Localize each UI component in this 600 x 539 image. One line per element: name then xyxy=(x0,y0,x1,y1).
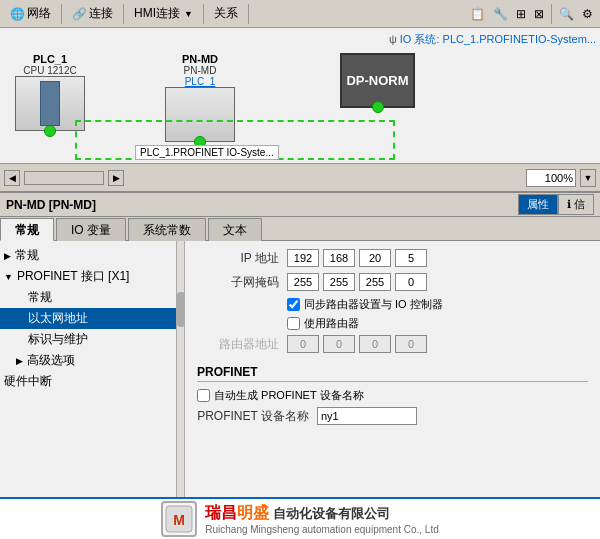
pnmd-type: PN-MD xyxy=(184,65,217,76)
tree-item-profinet-general[interactable]: 常规 xyxy=(0,287,184,308)
ip-field-4[interactable] xyxy=(395,249,427,267)
dpnorm-device[interactable]: DP-NORM xyxy=(340,53,415,108)
toolbar-btn-3[interactable]: ⊞ xyxy=(513,4,529,24)
dpnorm-conn-dot xyxy=(372,101,384,113)
main-content: ▶ 常规 ▼ PROFINET 接口 [X1] 常规 以太网地址 标识与维护 ▶… xyxy=(0,241,600,497)
toolbar-btn-4[interactable]: ⊠ xyxy=(531,4,547,24)
sync-router-row: 同步路由器设置与 IO 控制器 xyxy=(287,297,588,312)
tab-io-vars[interactable]: IO 变量 xyxy=(56,218,126,241)
toolbar-relation-label: 关系 xyxy=(214,5,238,22)
pnmd-device[interactable]: PN-MD PN-MD PLC_1 xyxy=(165,53,235,142)
plc1-conn-dot xyxy=(44,125,56,137)
ip-inputs xyxy=(287,249,427,267)
toolbar-connect[interactable]: 🔗 连接 xyxy=(66,3,119,24)
company-bar: M 瑞昌 明盛 自动化设备有限公司 Ruichang Mingsheng aut… xyxy=(0,497,600,539)
scroll-left[interactable]: ◀ ▶ xyxy=(4,170,124,186)
ip-field-3[interactable] xyxy=(359,249,391,267)
ip-row: IP 地址 xyxy=(197,249,588,267)
pnmd-name: PN-MD xyxy=(182,53,218,65)
use-router-checkbox[interactable] xyxy=(287,317,300,330)
pnmd-link[interactable]: PLC_1 xyxy=(185,76,216,87)
svg-text:M: M xyxy=(173,512,185,528)
toolbar-sep-5 xyxy=(551,4,552,24)
tree-arrow-advanced: ▶ xyxy=(16,356,23,366)
router-field-1[interactable] xyxy=(287,335,319,353)
company-name-suffix: 自动化设备有限公司 xyxy=(273,505,390,523)
subnet-field-3[interactable] xyxy=(359,273,391,291)
zoom-input[interactable] xyxy=(526,169,576,187)
router-field-4[interactable] xyxy=(395,335,427,353)
ip-field-1[interactable] xyxy=(287,249,319,267)
scroll-track[interactable] xyxy=(24,171,104,185)
tree-scroll-thumb[interactable] xyxy=(177,292,185,327)
subnet-field-1[interactable] xyxy=(287,273,319,291)
scroll-left-btn[interactable]: ◀ xyxy=(4,170,20,186)
panel-header: PN-MD [PN-MD] 属性 ℹ 信 xyxy=(0,193,600,217)
subnet-inputs xyxy=(287,273,427,291)
zoom-dropdown[interactable]: ▼ xyxy=(580,169,596,187)
toolbar-sep-2 xyxy=(123,4,124,24)
tree-arrow-profinet: ▼ xyxy=(4,272,13,282)
company-name-part1: 瑞昌 xyxy=(205,503,237,524)
tree-item-ethernet[interactable]: 以太网地址 xyxy=(0,308,184,329)
router-inputs xyxy=(287,335,427,353)
router-label: 路由器地址 xyxy=(197,336,287,353)
toolbar-btn-2[interactable]: 🔧 xyxy=(490,4,511,24)
tree-item-general[interactable]: ▶ 常规 xyxy=(0,245,184,266)
subnet-label: 子网掩码 xyxy=(197,274,287,291)
router-row: 路由器地址 xyxy=(197,335,588,353)
tree-panel: ▶ 常规 ▼ PROFINET 接口 [X1] 常规 以太网地址 标识与维护 ▶… xyxy=(0,241,185,497)
toolbar-sep-1 xyxy=(61,4,62,24)
device-name-row: PROFINET 设备名称 xyxy=(197,407,588,425)
toolbar: 🌐 网络 🔗 连接 HMI连接 ▼ 关系 📋 🔧 ⊞ ⊠ 🔍 ⚙ xyxy=(0,0,600,28)
info-icon: ℹ xyxy=(567,198,571,210)
toolbar-sep-4 xyxy=(248,4,249,24)
router-field-3[interactable] xyxy=(359,335,391,353)
device-name-label: PROFINET 设备名称 xyxy=(197,408,317,425)
tab-general[interactable]: 常规 xyxy=(0,218,54,241)
tree-ethernet-label: 以太网地址 xyxy=(28,310,88,327)
subnet-field-2[interactable] xyxy=(323,273,355,291)
plc1-device[interactable]: PLC_1 CPU 1212C xyxy=(15,53,85,131)
tree-advanced-label: 高级选项 xyxy=(27,352,75,369)
toolbar-network[interactable]: 🌐 网络 xyxy=(4,3,57,24)
auto-generate-label: 自动生成 PROFINET 设备名称 xyxy=(214,388,364,403)
panel-tab-properties[interactable]: 属性 xyxy=(518,194,558,215)
device-name-input[interactable] xyxy=(317,407,417,425)
toolbar-btn-6[interactable]: ⚙ xyxy=(579,4,596,24)
tab-text[interactable]: 文本 xyxy=(208,218,262,241)
sync-router-checkbox[interactable] xyxy=(287,298,300,311)
panel-tab-info[interactable]: ℹ 信 xyxy=(558,194,594,215)
tree-item-hw-interrupt[interactable]: 硬件中断 xyxy=(0,371,184,392)
tree-arrow-general: ▶ xyxy=(4,251,11,261)
hmi-dropdown-icon: ▼ xyxy=(184,9,193,19)
auto-generate-row: 自动生成 PROFINET 设备名称 xyxy=(197,388,588,403)
toolbar-relation[interactable]: 关系 xyxy=(208,3,244,24)
tree-item-advanced[interactable]: ▶ 高级选项 xyxy=(0,350,184,371)
tabs-row: 常规 IO 变量 系统常数 文本 xyxy=(0,217,600,241)
use-router-label: 使用路由器 xyxy=(304,316,359,331)
use-router-row: 使用路由器 xyxy=(287,316,588,331)
tree-profinet-general-label: 常规 xyxy=(28,289,52,306)
dpnorm-body: DP-NORM xyxy=(340,53,415,108)
io-system-label: ψ IO 系统: PLC_1.PROFINETIO-System... xyxy=(389,32,596,47)
tree-item-profinet[interactable]: ▼ PROFINET 接口 [X1] xyxy=(0,266,184,287)
tree-identity-label: 标识与维护 xyxy=(28,331,88,348)
scroll-right-btn[interactable]: ▶ xyxy=(108,170,124,186)
sync-router-label: 同步路由器设置与 IO 控制器 xyxy=(304,297,443,312)
tree-profinet-label: PROFINET 接口 [X1] xyxy=(17,268,129,285)
tree-scrollbar[interactable] xyxy=(176,241,184,497)
ip-field-2[interactable] xyxy=(323,249,355,267)
zoom-area: ▼ xyxy=(526,169,596,187)
props-panel: IP 地址 子网掩码 xyxy=(185,241,600,497)
connect-icon: 🔗 xyxy=(72,7,87,21)
company-logo: M xyxy=(161,501,197,537)
auto-generate-checkbox[interactable] xyxy=(197,389,210,402)
tab-sys-const[interactable]: 系统常数 xyxy=(128,218,206,241)
tree-item-identity[interactable]: 标识与维护 xyxy=(0,329,184,350)
toolbar-btn-1[interactable]: 📋 xyxy=(467,4,488,24)
subnet-field-4[interactable] xyxy=(395,273,427,291)
router-field-2[interactable] xyxy=(323,335,355,353)
toolbar-hmi[interactable]: HMI连接 ▼ xyxy=(128,3,199,24)
toolbar-btn-5[interactable]: 🔍 xyxy=(556,4,577,24)
